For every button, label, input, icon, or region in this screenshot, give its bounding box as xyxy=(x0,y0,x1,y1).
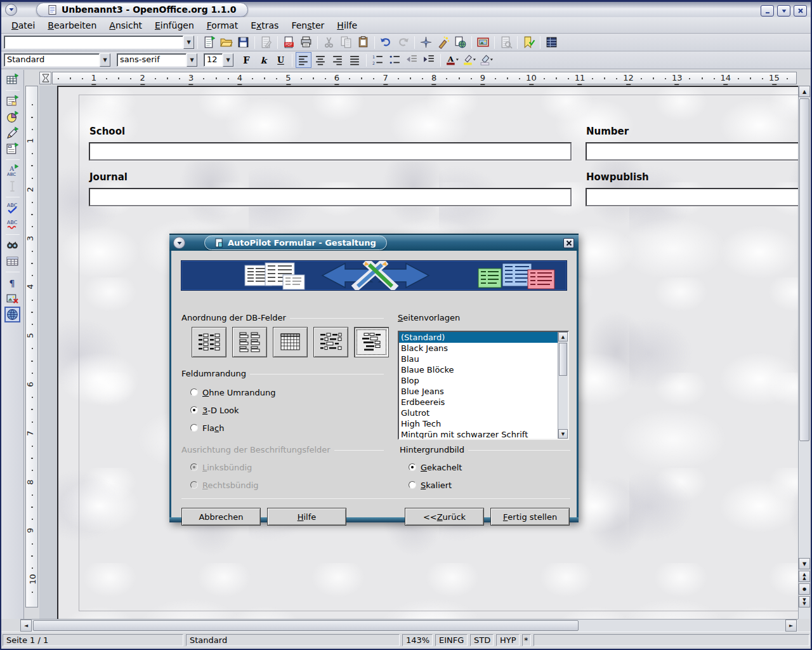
style-dropdown-button[interactable]: ▼ xyxy=(100,53,110,67)
bold-button[interactable]: F xyxy=(239,52,254,68)
menu-datei[interactable]: Datei xyxy=(5,18,41,32)
close-button[interactable] xyxy=(794,5,807,17)
page-style-item[interactable]: Glutrot xyxy=(399,408,568,418)
navigation-button[interactable]: ● xyxy=(799,583,810,595)
align-center-button[interactable] xyxy=(313,52,329,68)
next-page-button[interactable]: ▼▼ xyxy=(799,596,810,607)
menu-bearbeiten[interactable]: Bearbeiten xyxy=(41,18,103,32)
dialog-system-menu-button[interactable] xyxy=(173,237,185,249)
online-layout-button[interactable] xyxy=(4,307,20,322)
scroll-up-button[interactable]: ▲ xyxy=(799,86,810,97)
horizontal-scrollbar[interactable]: ◄ ► xyxy=(20,619,798,632)
undo-button[interactable] xyxy=(378,34,394,50)
list-scroll-down-button[interactable]: ▼ xyxy=(558,429,568,439)
font-size-combobox[interactable]: 12 ▼ xyxy=(204,53,233,67)
font-name-value[interactable]: sans-serif xyxy=(117,53,187,67)
help-button[interactable]: Hilfe xyxy=(267,508,346,526)
page-style-item[interactable]: High Tech xyxy=(399,418,568,429)
window-titlebar[interactable]: Unbenannt3 - OpenOffice.org 1.1.0 xyxy=(1,0,811,17)
arrangement-blocks-labels-left-button[interactable] xyxy=(313,327,348,357)
listbox-scrollbar[interactable]: ▲ ▼ xyxy=(558,332,568,439)
align-justify-button[interactable] xyxy=(347,52,363,68)
menu-fenster[interactable]: Fenster xyxy=(285,18,331,32)
scroll-down-button[interactable]: ▼ xyxy=(799,558,810,569)
menu-format[interactable]: Format xyxy=(200,18,244,32)
dialog-close-button[interactable] xyxy=(563,238,574,248)
arrangement-columns-labels-left-button[interactable] xyxy=(192,327,226,357)
howpublish-field[interactable] xyxy=(586,188,798,206)
radio-ohne-umrandung[interactable]: Ohne Umrandung xyxy=(190,387,276,397)
menu-ansicht[interactable]: Ansicht xyxy=(103,18,148,32)
listbox-scrollbar-thumb[interactable] xyxy=(559,343,567,376)
form-functions-button[interactable] xyxy=(4,141,20,157)
bullets-button[interactable] xyxy=(387,52,403,68)
font-dropdown-button[interactable]: ▼ xyxy=(187,53,197,67)
stylist-button[interactable] xyxy=(435,34,451,50)
open-document-button[interactable] xyxy=(218,34,234,50)
numbering-button[interactable]: 12 xyxy=(370,52,386,68)
system-menu-button[interactable] xyxy=(5,4,17,16)
highlighting-button[interactable] xyxy=(461,52,477,68)
hyperlink-button[interactable] xyxy=(452,34,468,50)
list-scroll-up-button[interactable]: ▲ xyxy=(558,332,568,342)
menu-hilfe[interactable]: Hilfe xyxy=(331,18,363,32)
page-style-item[interactable]: Blop xyxy=(399,375,568,386)
vertical-scrollbar[interactable]: ▲ ▼ ▲▲ ● ▼▼ xyxy=(798,86,809,619)
insert-table-button[interactable] xyxy=(4,72,20,88)
spellcheck-button[interactable]: ABC xyxy=(4,200,20,216)
decrease-indent-button[interactable] xyxy=(404,52,420,68)
font-color-button[interactable]: A xyxy=(444,52,460,68)
cancel-button[interactable]: Abbrechen xyxy=(181,508,261,526)
url-input[interactable] xyxy=(4,36,183,49)
navigator-button[interactable] xyxy=(418,34,434,50)
font-name-combobox[interactable]: sans-serif ▼ xyxy=(117,53,197,67)
page-styles-listbox[interactable]: (Standard)Black JeansBlauBlaue BlöckeBlo… xyxy=(398,331,569,440)
status-hyperlink-mode[interactable]: HYP xyxy=(496,634,520,646)
journal-field[interactable] xyxy=(89,188,572,206)
school-field[interactable] xyxy=(89,142,572,161)
find-replace-button[interactable] xyxy=(4,237,20,253)
page-style-item[interactable]: Black Jeans xyxy=(399,343,568,354)
align-right-button[interactable] xyxy=(330,52,346,68)
number-field[interactable] xyxy=(586,142,798,161)
url-dropdown-button[interactable]: ▼ xyxy=(183,36,194,49)
insert-frame-button[interactable] xyxy=(4,93,20,109)
size-dropdown-button[interactable]: ▼ xyxy=(223,53,233,67)
radio-skaliert[interactable]: Skaliert xyxy=(409,480,452,490)
table-view-button[interactable] xyxy=(544,34,560,50)
page-style-item[interactable]: Blue Jeans xyxy=(399,386,568,397)
scroll-left-button[interactable]: ◄ xyxy=(20,620,32,632)
paragraph-style-combobox[interactable]: Standard ▼ xyxy=(4,53,110,67)
print-file-button[interactable] xyxy=(298,34,314,50)
data-source-view-button[interactable] xyxy=(4,253,20,269)
status-page[interactable]: Seite 1 / 1 xyxy=(3,634,183,646)
menu-extras[interactable]: Extras xyxy=(244,18,285,32)
save-document-button[interactable] xyxy=(235,34,251,50)
draw-functions-button[interactable] xyxy=(4,125,20,141)
radio-gekachelt[interactable]: Gekachelt xyxy=(409,462,462,472)
vertical-ruler[interactable]: 12345678910 xyxy=(25,86,38,607)
url-combobox[interactable]: ▼ xyxy=(4,36,194,49)
horizontal-ruler[interactable]: 123456789101112131415 xyxy=(52,72,797,84)
bookmark-button[interactable] xyxy=(521,34,537,50)
new-document-button[interactable] xyxy=(201,34,217,50)
menu-einfuegen[interactable]: Einfügen xyxy=(148,18,200,32)
gallery-button[interactable] xyxy=(475,34,491,50)
font-size-value[interactable]: 12 xyxy=(204,53,223,67)
finish-button[interactable]: Fertig stellen xyxy=(490,508,570,526)
status-insert-mode[interactable]: EINFG xyxy=(435,634,468,646)
paragraph-background-button[interactable] xyxy=(478,52,494,68)
dialog-titlebar[interactable]: AutoPilot Formular - Gestaltung xyxy=(169,234,579,251)
auto-spellcheck-button[interactable]: ABC xyxy=(4,216,20,232)
paragraph-style-value[interactable]: Standard xyxy=(4,53,100,67)
page-style-item[interactable]: Erdbeereis xyxy=(399,397,568,408)
radio-flach[interactable]: Flach xyxy=(190,423,224,433)
nonprinting-characters-button[interactable]: ¶ xyxy=(4,275,20,291)
status-zoom[interactable]: 143% xyxy=(402,634,433,646)
page-style-item[interactable]: Blau xyxy=(399,354,568,364)
page-style-item[interactable]: Blaue Blöcke xyxy=(399,364,568,375)
page-style-item[interactable]: Mintgrün mit schwarzer Schrift xyxy=(399,429,568,440)
page-style-item[interactable]: (Standard) xyxy=(399,332,568,343)
align-left-button[interactable] xyxy=(296,52,311,68)
previous-page-button[interactable]: ▲▲ xyxy=(799,571,810,582)
